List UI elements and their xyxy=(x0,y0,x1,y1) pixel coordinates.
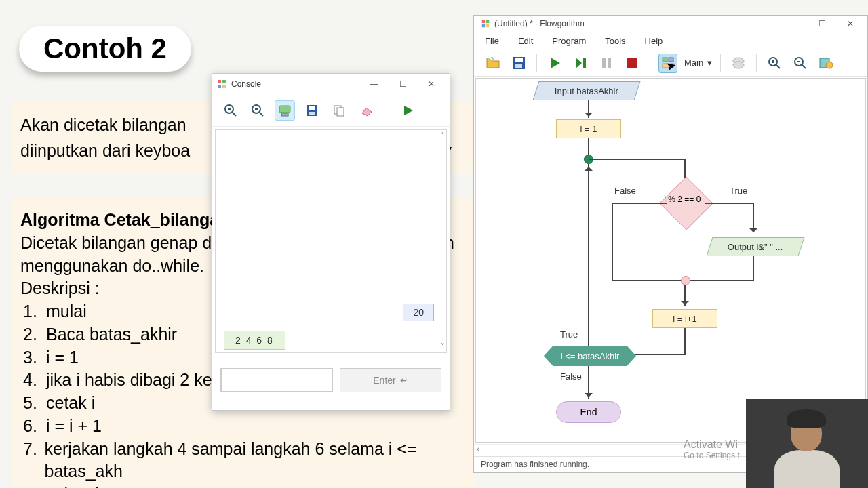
maximize-button[interactable]: ☐ xyxy=(389,75,417,94)
zoom-in-icon[interactable] xyxy=(220,100,241,121)
label-loop-true: True xyxy=(560,329,578,340)
text: Deskripsi : xyxy=(20,279,100,298)
label-true: True xyxy=(730,186,747,196)
menu-bar: File Edit Program Tools Help xyxy=(474,32,867,49)
layout-icon[interactable] xyxy=(658,54,677,73)
svg-rect-3 xyxy=(222,85,226,88)
console-title: Console xyxy=(231,79,261,89)
breakpoint-icon[interactable] xyxy=(729,54,748,73)
zoom-out-icon[interactable] xyxy=(791,54,810,73)
svg-rect-17 xyxy=(337,108,344,116)
step: selesai xyxy=(46,483,99,488)
step: i = i + 1 xyxy=(46,415,102,438)
settings-icon[interactable] xyxy=(816,54,835,73)
erase-icon[interactable] xyxy=(356,100,376,121)
step: mulai xyxy=(46,300,87,323)
console-input-bubble: 20 xyxy=(403,304,434,321)
svg-marker-27 xyxy=(551,58,560,68)
text: menggunakan do..while. xyxy=(20,256,204,275)
menu-tools[interactable]: Tools xyxy=(605,36,625,46)
text: Dicetak bilangan genap de xyxy=(20,233,221,252)
svg-rect-23 xyxy=(486,24,489,27)
status-text: Program has finished running. xyxy=(481,460,589,469)
console-input-field[interactable] xyxy=(220,368,333,392)
toolbar: Main ▾ xyxy=(474,49,867,77)
function-selector[interactable]: Main ▾ xyxy=(684,58,712,68)
console-titlebar[interactable]: Console — ☐ ✕ xyxy=(212,74,450,94)
variables-icon[interactable] xyxy=(275,100,295,121)
svg-line-9 xyxy=(259,112,263,116)
fc-init[interactable]: i = 1 xyxy=(556,119,621,138)
function-name: Main xyxy=(684,58,703,68)
svg-rect-1 xyxy=(222,80,226,83)
close-button[interactable]: ✕ xyxy=(417,75,446,94)
svg-rect-12 xyxy=(281,113,288,116)
fc-merge xyxy=(681,276,690,285)
app-icon xyxy=(481,19,490,28)
fc-input[interactable]: Input batasAkhir xyxy=(532,81,640,100)
step-icon[interactable] xyxy=(571,54,590,73)
svg-rect-30 xyxy=(602,58,606,68)
minimize-button[interactable]: — xyxy=(779,14,808,33)
minimize-button[interactable]: — xyxy=(360,75,389,94)
flowchart-canvas[interactable]: Input batasAkhir i = 1 i % 2 == 0 False … xyxy=(475,78,866,443)
save-icon[interactable] xyxy=(302,100,322,121)
menu-file[interactable]: File xyxy=(485,36,499,46)
text: diinputkan dari keyboa xyxy=(20,141,190,160)
play-icon[interactable] xyxy=(545,54,564,73)
window-title: (Untitled) * - Flowgorithm xyxy=(494,19,585,28)
console-window: Console — ☐ ✕ ˄ ˅ 20 2 4 6 8 Enter ↵ xyxy=(212,73,450,411)
stop-icon[interactable] xyxy=(623,54,642,73)
windows-watermark: Activate Wi Go to Settings t xyxy=(684,438,740,461)
svg-rect-21 xyxy=(486,20,489,23)
zoom-out-icon[interactable] xyxy=(248,100,268,121)
enter-label: Enter xyxy=(373,375,395,386)
app-icon xyxy=(216,79,227,89)
svg-rect-32 xyxy=(627,58,637,68)
maximize-button[interactable]: ☐ xyxy=(808,14,836,33)
step: jika i habis dibagi 2 kerj xyxy=(46,369,221,392)
enter-button[interactable]: Enter ↵ xyxy=(340,368,441,392)
step: kerjakan langkah 4 sampai langkah 6 sela… xyxy=(45,438,467,484)
console-input-row: Enter ↵ xyxy=(212,356,450,405)
label-loop-false: False xyxy=(560,371,582,382)
console-output-area[interactable]: ˄ ˅ 20 2 4 6 8 xyxy=(215,129,447,353)
save-icon[interactable] xyxy=(509,54,528,73)
open-icon[interactable] xyxy=(484,54,502,73)
fc-loop-condition[interactable]: i <= batasAkhir xyxy=(544,346,636,366)
svg-marker-18 xyxy=(362,108,372,116)
webcam-overlay xyxy=(746,399,868,488)
fc-output[interactable]: Output i&" " ... xyxy=(706,237,804,256)
svg-point-37 xyxy=(733,62,744,68)
step: cetak i xyxy=(46,392,95,415)
slide-title: Contoh 2 xyxy=(19,26,191,72)
zoom-in-icon[interactable] xyxy=(765,54,784,73)
flowgorithm-titlebar[interactable]: (Untitled) * - Flowgorithm — ☐ ✕ xyxy=(474,16,867,32)
run-icon[interactable] xyxy=(398,100,418,121)
enter-arrow-icon: ↵ xyxy=(400,375,408,386)
close-button[interactable]: ✕ xyxy=(836,14,865,33)
svg-marker-28 xyxy=(576,58,582,68)
scroll-down-icon[interactable]: ˅ xyxy=(441,342,445,351)
svg-rect-2 xyxy=(218,85,221,88)
svg-rect-29 xyxy=(583,58,586,68)
svg-rect-0 xyxy=(218,80,221,83)
svg-rect-20 xyxy=(482,20,485,23)
svg-rect-35 xyxy=(663,64,673,68)
fc-end[interactable]: End xyxy=(556,401,621,423)
svg-rect-31 xyxy=(608,58,611,68)
svg-rect-34 xyxy=(669,58,673,62)
svg-rect-26 xyxy=(515,64,522,68)
menu-help[interactable]: Help xyxy=(645,36,663,46)
svg-marker-19 xyxy=(404,106,413,115)
fc-increment[interactable]: i = i+1 xyxy=(652,309,717,328)
svg-line-43 xyxy=(802,64,806,68)
pause-icon[interactable] xyxy=(597,54,616,73)
copy-icon[interactable] xyxy=(329,100,349,121)
svg-line-39 xyxy=(776,64,780,68)
svg-rect-25 xyxy=(515,58,523,62)
menu-program[interactable]: Program xyxy=(552,36,586,46)
scroll-up-icon[interactable]: ˄ xyxy=(441,131,445,140)
svg-point-46 xyxy=(826,62,833,68)
menu-edit[interactable]: Edit xyxy=(518,36,533,46)
